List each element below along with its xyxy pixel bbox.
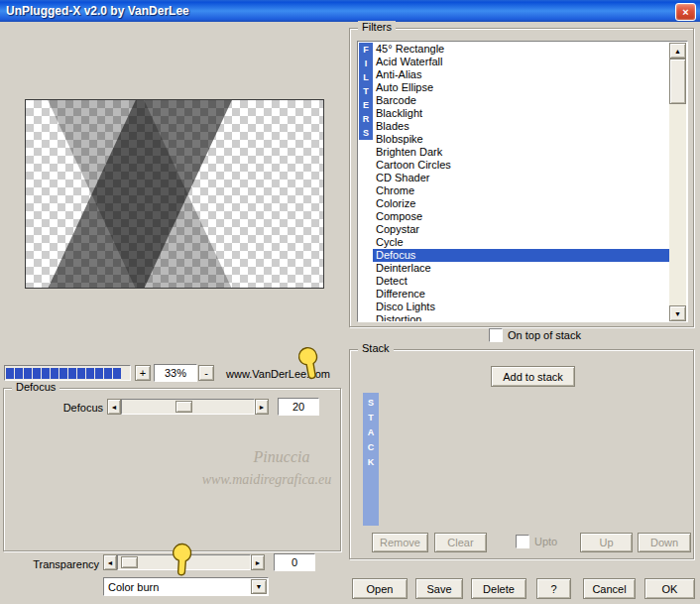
defocus-slider-track[interactable] [121,399,255,415]
filter-item[interactable]: Difference [373,288,669,301]
vertical-letter: K [363,455,379,470]
transparency-slider-left-arrow[interactable]: ◄ [103,554,117,570]
filters-list-items: 45° RectangleAcid WaterfallAnti-AliasAut… [373,43,669,321]
stack-clear-button[interactable]: Clear [434,533,487,552]
vertical-letter: E [359,98,373,112]
filter-item[interactable]: CD Shader [373,172,669,184]
filter-item[interactable]: Acid Waterfall [373,56,669,68]
filter-item[interactable]: Copystar [373,223,669,236]
zoom-progress-segment [86,368,94,379]
zoom-progress-segment [113,368,121,379]
defocus-slider-left-arrow[interactable]: ◄ [107,399,121,415]
filter-item[interactable]: Disco Lights [373,301,669,313]
on-top-of-stack-row[interactable]: On top of stack [489,328,581,342]
filter-item[interactable]: Defocus [373,249,669,262]
stack-remove-button[interactable]: Remove [372,533,428,552]
ok-button[interactable]: OK [644,578,695,599]
transparency-slider-thumb[interactable] [121,556,138,568]
vertical-letter: F [359,43,373,57]
filter-item[interactable]: Cartoon Circles [373,159,669,172]
filters-scrollbar[interactable]: ▲ ▼ [669,43,686,321]
defocus-param-label: Defocus [12,402,103,414]
stack-group: Stack Add to stack STACK Remove Clear Up… [349,349,694,559]
unplugged-x-dialog: UnPlugged-X v2.0 by VanDerLee × + 33% - … [0,0,700,604]
filter-item[interactable]: Anti-Alias [373,68,669,81]
defocus-slider-right-arrow[interactable]: ► [255,399,269,415]
combo-dropdown-icon[interactable]: ▼ [251,579,267,594]
vertical-letter: C [363,440,379,455]
filter-item[interactable]: Colorize [373,197,669,210]
window-title: UnPlugged-X v2.0 by VanDerLee [6,4,189,18]
zoom-out-button[interactable]: - [198,365,214,381]
open-button[interactable]: Open [352,578,408,599]
close-icon[interactable]: × [675,3,696,21]
defocus-value-field[interactable]: 20 [278,398,319,416]
zoom-progress-segment [15,368,23,379]
help-button[interactable]: ? [536,578,571,599]
filter-item[interactable]: 45° Rectangle [373,43,669,56]
filter-item[interactable]: Barcode [373,94,669,107]
stack-group-label: Stack [358,342,394,354]
zoom-in-button[interactable]: + [135,365,151,381]
filters-list[interactable]: FILTERS 45° RectangleAcid WaterfallAnti-… [357,41,688,322]
zoom-progress-segment [59,368,67,379]
zoom-progress-segment [68,368,76,379]
stack-vertical-label: STACK [363,393,379,526]
vertical-letter: I [359,57,373,70]
filter-item[interactable]: Deinterlace [373,262,669,275]
zoom-progress-segment [33,368,41,379]
scroll-down-icon[interactable]: ▼ [669,305,686,321]
filter-item[interactable]: Auto Ellipse [373,81,669,94]
zoom-progress-segment [51,368,58,379]
defocus-group: Defocus Defocus ◄ ► 20 Pinuccia www.maid… [3,388,341,551]
zoom-progress-segment [6,368,14,379]
vertical-letter: T [363,411,379,425]
filter-item[interactable]: Chrome [373,184,669,197]
vertical-letter: R [359,112,373,126]
zoom-progress-bar [4,365,131,381]
filter-item[interactable]: Brighten Dark [373,146,669,159]
filters-group-label: Filters [358,21,396,33]
watermark-url: www.maidiregrafica.eu [187,472,346,488]
zoom-progress-segment [104,368,112,379]
pointing-hand-icon [293,343,326,387]
blend-mode-value: Color burn [104,581,251,593]
vertical-letter: S [363,396,379,411]
scroll-up-icon[interactable]: ▲ [669,43,686,59]
filter-item[interactable]: Blobspike [373,133,669,146]
defocus-group-label: Defocus [12,381,59,393]
vertical-letter: L [359,70,373,84]
stack-up-button[interactable]: Up [580,533,633,552]
on-top-checkbox[interactable] [489,328,503,342]
zoom-progress-segment [24,368,32,379]
upto-checkbox[interactable] [516,535,529,548]
preview-pane[interactable] [25,99,324,289]
title-bar[interactable]: UnPlugged-X v2.0 by VanDerLee × [0,0,700,22]
vertical-letter: T [359,84,373,98]
on-top-label: On top of stack [508,329,581,341]
add-to-stack-button[interactable]: Add to stack [491,366,575,387]
upto-label: Upto [534,536,557,547]
delete-button[interactable]: Delete [471,578,526,599]
filter-item[interactable]: Distortion [373,313,669,321]
watermark-name: Pinuccia [217,448,346,466]
zoom-progress-segment [95,368,103,379]
filter-item[interactable]: Blades [373,120,669,133]
zoom-progress-segment [42,368,50,379]
filter-item[interactable]: Blacklight [373,107,669,120]
filter-item[interactable]: Detect [373,275,669,288]
transparency-value-field[interactable]: 0 [274,553,315,571]
filters-group: Filters FILTERS 45° RectangleAcid Waterf… [349,28,694,327]
filter-item[interactable]: Compose [373,210,669,223]
filters-vertical-label: FILTERS [359,43,373,140]
upto-row[interactable]: Upto [516,535,557,548]
stack-down-button[interactable]: Down [638,533,691,552]
transparency-slider-right-arrow[interactable]: ► [251,554,265,570]
vertical-letter: A [363,425,379,440]
defocus-slider-thumb[interactable] [175,401,192,413]
transparency-label: Transparency [8,558,99,570]
save-button[interactable]: Save [415,578,463,599]
scrollbar-thumb[interactable] [669,59,686,104]
cancel-button[interactable]: Cancel [583,578,636,599]
filter-item[interactable]: Cycle [373,236,669,249]
